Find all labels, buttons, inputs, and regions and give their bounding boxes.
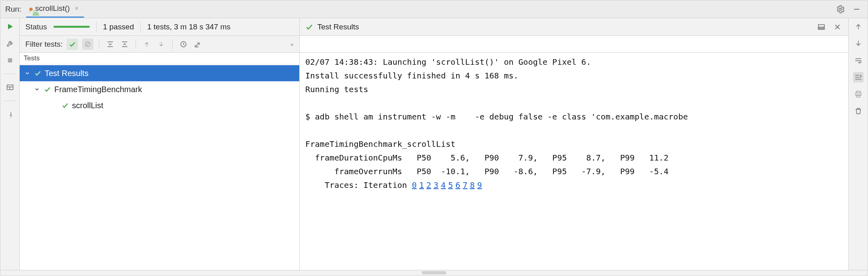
gear-icon[interactable] <box>835 4 846 14</box>
status-totals: 1 tests, 3 m 18 s 347 ms <box>147 23 230 31</box>
svg-line-12 <box>86 42 89 46</box>
console-line <box>305 124 843 137</box>
soft-wrap-icon[interactable] <box>853 55 864 66</box>
separator <box>140 22 141 32</box>
show-passed-icon[interactable] <box>67 39 78 50</box>
trace-link[interactable]: 2 <box>426 180 431 190</box>
tree-item-label: Test Results <box>45 69 88 78</box>
panel-body: Status 1 passed 1 tests, 3 m 18 s 347 ms… <box>0 18 868 270</box>
results-header: Test Results <box>300 18 810 35</box>
tree-header: Tests <box>20 53 299 64</box>
console-output[interactable]: 02/07 14:38:43: Launching 'scrollList()'… <box>300 53 848 270</box>
wrench-icon[interactable] <box>5 38 15 49</box>
svg-point-0 <box>839 8 842 10</box>
chevron-down-icon[interactable] <box>33 87 41 92</box>
status-left: Status 1 passed 1 tests, 3 m 18 s 347 ms <box>20 18 300 35</box>
import-tests-icon[interactable] <box>193 39 203 49</box>
overflow-icon[interactable]: » <box>290 41 294 47</box>
console-top-gap <box>300 36 848 52</box>
svg-rect-8 <box>819 27 825 29</box>
results-header-label: Test Results <box>317 23 359 31</box>
tree[interactable]: Test ResultsFrameTimingBenchmarkscrollLi… <box>20 64 299 270</box>
status-progress-bar <box>53 26 90 28</box>
trace-link[interactable]: 5 <box>448 180 453 190</box>
filter-label: Filter tests: <box>25 40 63 49</box>
separator <box>96 22 97 32</box>
run-label: Run: <box>0 0 26 18</box>
scroll-up-icon[interactable] <box>853 21 864 32</box>
check-icon <box>34 70 41 77</box>
trace-link[interactable]: 6 <box>455 180 460 190</box>
collapse-all-icon[interactable] <box>119 39 130 49</box>
scroll-down-icon[interactable] <box>853 38 864 49</box>
trace-link[interactable]: 0 <box>412 180 417 190</box>
content-area: Status 1 passed 1 tests, 3 m 18 s 347 ms… <box>20 18 848 270</box>
right-tool-gutter <box>848 18 868 270</box>
gutter-separator <box>4 74 15 74</box>
status-row: Status 1 passed 1 tests, 3 m 18 s 347 ms… <box>20 18 848 36</box>
test-history-icon[interactable] <box>178 39 189 49</box>
trace-link[interactable]: 7 <box>463 180 467 190</box>
layout-toggle-icon[interactable] <box>816 22 827 32</box>
run-panel: Run: scrollList() × <box>0 0 868 276</box>
close-tab-icon[interactable]: × <box>75 5 78 12</box>
check-icon <box>44 86 51 93</box>
left-tool-gutter <box>0 18 20 270</box>
console-line: $ adb shell am instrument -w -m -e debug… <box>305 110 843 124</box>
status-right-icons <box>810 18 848 35</box>
tabstrip-spacer <box>84 0 830 18</box>
console-line: Running tests <box>305 82 843 96</box>
separator <box>99 39 99 49</box>
bottom-resize-strip[interactable] <box>0 270 868 276</box>
close-icon[interactable] <box>832 22 843 32</box>
status-passed: 1 passed <box>103 23 134 31</box>
tree-row[interactable]: scrollList <box>20 97 299 113</box>
trace-link[interactable]: 1 <box>419 180 424 190</box>
svg-line-20 <box>195 43 199 47</box>
console-line: frameOverrunMs P50 -10.1, P90 -8.6, P95 … <box>305 165 843 178</box>
trace-prefix: Traces: Iteration <box>305 180 412 190</box>
console-trace-line: Traces: Iteration 0123456789 <box>305 178 843 192</box>
trace-link[interactable]: 4 <box>441 180 446 190</box>
console-line: Install successfully finished in 4 s 168… <box>305 69 843 82</box>
scroll-to-end-icon[interactable] <box>853 72 864 82</box>
gutter-separator <box>4 101 15 101</box>
console-line: 02/07 14:38:43: Launching 'scrollList()'… <box>305 55 843 69</box>
pin-icon[interactable] <box>5 109 15 119</box>
chevron-down-icon[interactable] <box>24 70 31 76</box>
print-icon[interactable] <box>853 89 864 99</box>
resize-handle-icon[interactable] <box>422 271 446 274</box>
layout-icon[interactable] <box>5 82 15 93</box>
tab-scrolllist[interactable]: scrollList() × <box>26 0 84 18</box>
check-icon <box>62 102 69 109</box>
tree-row[interactable]: Test Results <box>20 65 299 81</box>
status-label: Status <box>25 23 47 31</box>
filter-toolbar: Filter tests: <box>20 36 300 52</box>
tree-column: Tests Test ResultsFrameTimingBenchmarksc… <box>20 53 300 270</box>
separator <box>136 39 136 49</box>
show-ignored-icon[interactable] <box>82 39 93 50</box>
run-icon[interactable] <box>5 21 15 32</box>
svg-rect-3 <box>8 58 12 63</box>
tabstrip: Run: scrollList() × <box>0 0 868 18</box>
tree-item-label: FrameTimingBenchmark <box>54 85 142 94</box>
svg-marker-2 <box>8 24 13 29</box>
tree-row[interactable]: FrameTimingBenchmark <box>20 81 299 97</box>
tree-item-label: scrollList <box>72 101 103 110</box>
tab-title: scrollList() <box>35 4 70 13</box>
trace-link[interactable]: 8 <box>470 180 475 190</box>
trash-icon[interactable] <box>853 106 864 116</box>
trace-link[interactable]: 9 <box>477 180 482 190</box>
console-line <box>305 96 843 110</box>
separator <box>172 39 173 49</box>
console-line: FrameTimingBenchmark_scrollList <box>305 137 843 151</box>
next-failed-icon[interactable] <box>156 39 167 49</box>
stop-icon[interactable] <box>5 55 15 66</box>
filter-row: Filter tests: <box>20 36 848 53</box>
prev-failed-icon[interactable] <box>142 39 152 49</box>
console-line: frameDurationCpuMs P50 5.6, P90 7.9, P95… <box>305 151 843 165</box>
trace-link[interactable]: 3 <box>434 180 438 190</box>
expand-all-icon[interactable] <box>105 39 115 49</box>
minimize-icon[interactable] <box>852 4 862 14</box>
split-area: Tests Test ResultsFrameTimingBenchmarksc… <box>20 53 848 270</box>
